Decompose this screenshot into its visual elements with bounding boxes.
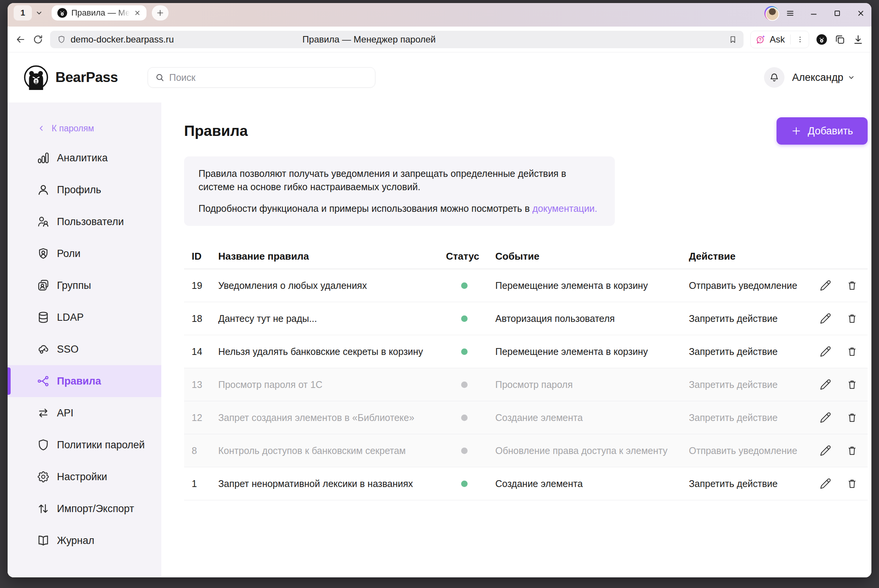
sidebar-item-journal[interactable]: Журнал — [8, 525, 161, 556]
window-minimize-button[interactable] — [809, 9, 818, 18]
table-row[interactable]: 12 Запрет создания элементов в «Библиоте… — [184, 401, 868, 434]
table-row[interactable]: 1 Запрет ненормативной лексики в названи… — [184, 467, 868, 500]
rule-id: 19 — [192, 280, 218, 291]
table-row[interactable]: 13 Просмотр пароля от 1С Просмотр пароля… — [184, 368, 868, 401]
row-actions — [820, 412, 862, 423]
rule-action: Запретить действие — [689, 346, 820, 357]
sidebar-item-users[interactable]: Пользователи — [8, 206, 161, 238]
documentation-link[interactable]: документации. — [532, 203, 597, 214]
ldap-icon — [36, 311, 50, 324]
site-security-shield-icon[interactable] — [57, 35, 66, 44]
table-row[interactable]: 8 Контроль доступов к банковским секрета… — [184, 434, 868, 467]
user-menu-chevron-icon[interactable] — [847, 73, 855, 82]
trash-icon[interactable] — [846, 313, 858, 324]
sidebar-item-label: Настройки — [57, 471, 107, 483]
groups-icon — [36, 279, 50, 292]
rule-id: 13 — [192, 379, 218, 390]
rule-id: 18 — [192, 313, 218, 324]
sidebar-item-label: Импорт/Экспорт — [57, 503, 134, 515]
sidebar-item-groups[interactable]: Группы — [8, 270, 161, 301]
trash-icon[interactable] — [846, 478, 858, 489]
sidebar-item-roles[interactable]: Роли — [8, 238, 161, 270]
plus-icon — [791, 126, 802, 136]
roles-icon — [36, 247, 50, 260]
browser-profile-avatar[interactable] — [764, 6, 779, 20]
row-actions — [820, 313, 862, 324]
tabs-dropdown-icon[interactable] — [35, 9, 43, 17]
tab-close-icon[interactable] — [134, 9, 141, 17]
edit-icon[interactable] — [820, 346, 831, 357]
edit-icon[interactable] — [820, 313, 831, 324]
rule-action: Запретить действие — [689, 412, 820, 423]
window-maximize-button[interactable] — [833, 9, 842, 18]
edit-icon[interactable] — [820, 445, 831, 456]
sidebar-item-profile[interactable]: Профиль — [8, 174, 161, 206]
divider — [790, 35, 791, 44]
sidebar-item-policies[interactable]: Политики паролей — [8, 429, 161, 461]
ask-button[interactable]: Ask — [750, 31, 809, 48]
rule-name: Дантесу тут не рады... — [218, 313, 446, 324]
bearpass-logo[interactable]: BearPass — [24, 65, 118, 90]
browser-menu-icon[interactable] — [786, 9, 795, 18]
rule-status-cell — [446, 412, 495, 423]
back-to-passwords-link[interactable]: К паролям — [8, 118, 161, 139]
journal-icon — [36, 534, 50, 547]
trash-icon[interactable] — [846, 280, 858, 291]
bookmark-icon[interactable] — [728, 35, 737, 44]
search-input[interactable] — [169, 72, 368, 83]
users-icon — [36, 215, 50, 229]
trash-icon[interactable] — [846, 379, 858, 390]
more-options-icon[interactable] — [796, 35, 804, 44]
rule-status-cell — [446, 379, 495, 390]
add-rule-label: Добавить — [808, 125, 853, 137]
sidebar-item-rules[interactable]: Правила — [8, 365, 161, 397]
ask-label: Ask — [770, 34, 785, 45]
rule-event: Перемещение элемента в корзину — [495, 280, 689, 291]
trash-icon[interactable] — [846, 412, 858, 423]
window-close-button[interactable] — [856, 9, 865, 18]
sidebar-item-analytics[interactable]: Аналитика — [8, 142, 161, 174]
notifications-button[interactable] — [764, 67, 784, 88]
rule-action: Отправить уведомление — [689, 445, 820, 456]
sidebar-item-import-export[interactable]: Импорт/Экспорт — [8, 493, 161, 525]
bearpass-extension-icon[interactable] — [816, 34, 827, 45]
sso-icon — [36, 342, 50, 356]
edit-icon[interactable] — [820, 280, 831, 291]
sidebar-item-label: Роли — [57, 248, 80, 260]
edit-icon[interactable] — [820, 379, 831, 390]
trash-icon[interactable] — [846, 445, 858, 456]
search-icon — [155, 73, 165, 82]
rule-status-cell — [446, 445, 495, 456]
back-link-label: К паролям — [52, 123, 94, 134]
browser-tab-active[interactable]: Правила — Менеджер — [52, 5, 146, 20]
search-box[interactable] — [148, 67, 375, 88]
tab-groups-icon[interactable] — [834, 34, 846, 45]
trash-icon[interactable] — [846, 346, 858, 357]
table-row[interactable]: 19 Уведомления о любых удалениях Перемещ… — [184, 269, 868, 302]
status-dot — [461, 282, 468, 289]
sidebar-item-sso[interactable]: SSO — [8, 333, 161, 365]
table-row[interactable]: 18 Дантесу тут не рады... Авторизация по… — [184, 302, 868, 335]
url-bar[interactable]: demo-docker.bearpass.ru Правила — Менедж… — [50, 31, 744, 48]
new-tab-button[interactable] — [152, 5, 169, 20]
column-header-id: ID — [192, 251, 218, 262]
sidebar-item-settings[interactable]: Настройки — [8, 461, 161, 493]
analytics-icon — [36, 151, 50, 165]
sidebar-item-ldap[interactable]: LDAP — [8, 301, 161, 333]
edit-icon[interactable] — [820, 478, 831, 489]
plus-icon — [156, 9, 164, 17]
back-icon[interactable] — [15, 34, 26, 45]
tab-counter-button[interactable]: 1 — [14, 5, 32, 20]
sidebar-item-api[interactable]: API — [8, 397, 161, 429]
row-actions — [820, 379, 862, 390]
column-header-event: Событие — [495, 251, 689, 262]
sidebar-item-label: SSO — [57, 344, 79, 355]
downloads-icon[interactable] — [852, 34, 864, 45]
sidebar-item-label: Профиль — [57, 184, 101, 196]
row-actions — [820, 346, 862, 357]
add-rule-button[interactable]: Добавить — [777, 117, 868, 145]
rule-name: Нельзя удалять банковские секреты в корз… — [218, 346, 446, 357]
edit-icon[interactable] — [820, 412, 831, 423]
table-row[interactable]: 14 Нельзя удалять банковские секреты в к… — [184, 335, 868, 368]
reload-icon[interactable] — [33, 34, 43, 45]
